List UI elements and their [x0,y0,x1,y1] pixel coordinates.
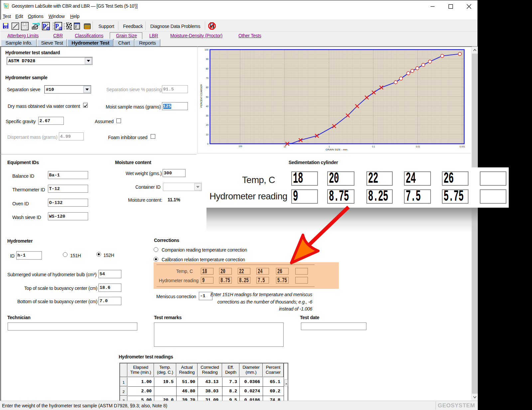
svg-text:50: 50 [206,96,208,98]
svg-text:GRAIN SIZE - mm.: GRAIN SIZE - mm. [326,148,348,151]
svg-text:0.1: 0.1 [372,145,375,148]
svg-text:80: 80 [206,68,208,70]
svg-text:0.01: 0.01 [416,145,420,148]
svg-text:PERCENT COARSER: PERCENT COARSER [200,84,202,107]
svg-text:100: 100 [204,49,208,51]
svg-text:1: 1 [329,145,330,148]
svg-text:20: 20 [206,124,208,126]
svg-text:100: 100 [239,145,242,147]
svg-text:df: df [46,26,50,31]
svg-text:0.001: 0.001 [460,145,465,148]
svg-text:10: 10 [206,133,208,136]
svg-text:60: 60 [206,86,208,89]
svg-text:30: 30 [206,114,208,117]
svg-text:40: 40 [206,105,208,107]
svg-text:90: 90 [206,58,208,60]
svg-text:70: 70 [206,77,208,79]
svg-text:df: df [59,26,63,31]
svg-text:0: 0 [207,143,208,145]
